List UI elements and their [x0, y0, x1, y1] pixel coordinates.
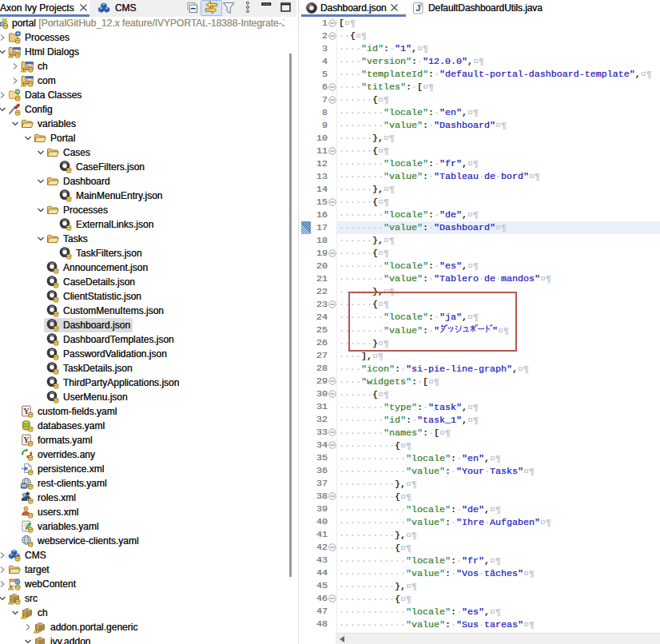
svg-text:RB: RB: [22, 484, 27, 488]
svg-text:J: J: [415, 3, 420, 13]
svg-text:G: G: [16, 89, 19, 94]
